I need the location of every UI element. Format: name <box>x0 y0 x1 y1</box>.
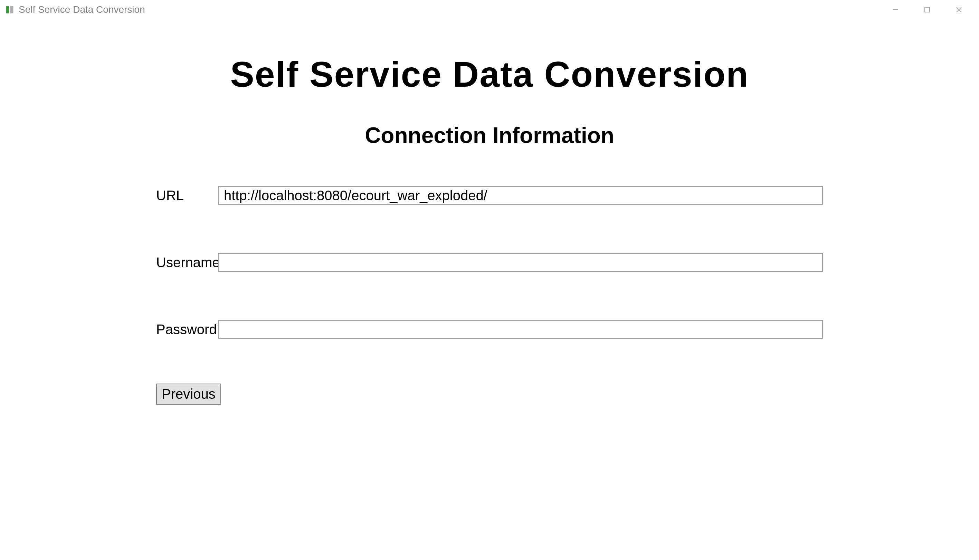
url-row: URL <box>156 186 823 205</box>
svg-rect-1 <box>10 6 13 13</box>
window-title: Self Service Data Conversion <box>18 4 879 15</box>
app-icon <box>4 4 15 15</box>
minimize-button[interactable] <box>879 0 911 19</box>
title-bar: Self Service Data Conversion <box>0 0 979 19</box>
password-row: Password <box>156 320 823 339</box>
svg-rect-3 <box>925 7 930 12</box>
username-label: Username <box>156 255 218 270</box>
window-controls <box>879 0 975 19</box>
username-row: Username <box>156 253 823 272</box>
button-row: Previous <box>156 383 823 405</box>
close-icon <box>956 6 962 13</box>
page-title: Self Service Data Conversion <box>0 54 979 95</box>
section-title: Connection Information <box>0 123 979 148</box>
password-label: Password <box>156 322 218 337</box>
minimize-icon <box>892 6 899 13</box>
maximize-button[interactable] <box>911 0 943 19</box>
previous-button[interactable]: Previous <box>156 383 221 405</box>
close-button[interactable] <box>943 0 975 19</box>
password-input[interactable] <box>218 320 823 339</box>
content-area: Self Service Data Conversion Connection … <box>0 19 979 405</box>
url-input[interactable] <box>218 186 823 205</box>
username-input[interactable] <box>218 253 823 272</box>
connection-form: URL Username Password Previous <box>156 186 823 405</box>
svg-rect-0 <box>6 6 9 13</box>
url-label: URL <box>156 188 218 203</box>
maximize-icon <box>924 6 931 13</box>
